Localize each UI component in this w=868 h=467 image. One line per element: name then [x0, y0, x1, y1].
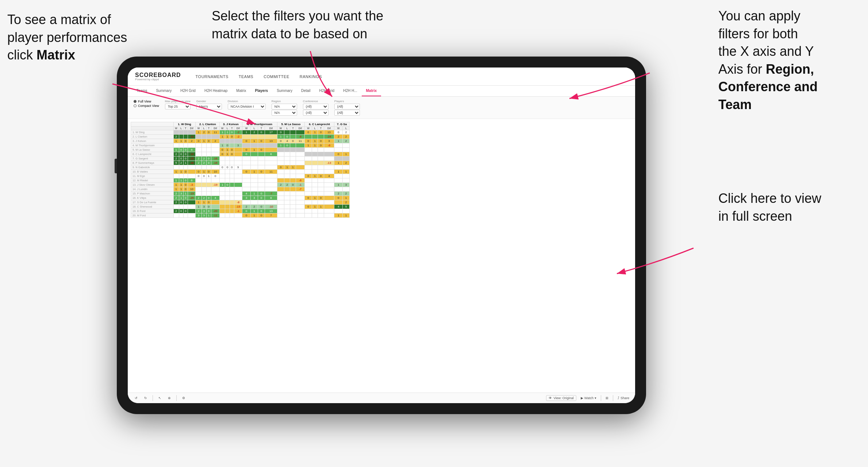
subnav-h2h-grid[interactable]: H2H Grid: [176, 86, 200, 96]
matrix-cell: 0: [258, 209, 265, 213]
sh-w6: W: [304, 127, 312, 130]
compact-view-option[interactable]: Compact View: [134, 104, 159, 108]
nav-teams[interactable]: TEAMS: [239, 74, 253, 79]
subnav-matrix-1[interactable]: Matrix: [232, 86, 250, 96]
matrix-cell: [290, 213, 296, 218]
matrix-cell: [242, 174, 251, 178]
matrix-cell: 7: [265, 213, 277, 218]
nav-rankings[interactable]: RANKINGS: [300, 74, 322, 79]
matrix-cell: 0: [318, 139, 324, 143]
matrix-cell: 0: [258, 196, 265, 200]
matrix-cell: 5: [343, 205, 350, 209]
matrix-cell: 0: [183, 157, 188, 161]
full-view-option[interactable]: Full View: [134, 100, 159, 103]
undo-btn[interactable]: ↺: [134, 395, 139, 401]
matrix-cell: 1: [343, 152, 350, 157]
redo-btn[interactable]: ↻: [143, 395, 148, 401]
matrix-cell: [265, 178, 277, 183]
max-players-select[interactable]: Top 25: [165, 104, 191, 109]
region-select-2[interactable]: N/A: [272, 110, 297, 116]
settings-btn[interactable]: ⚙: [181, 395, 186, 401]
table-row: 13. J Skov Olesen110-3-1910220-113: [131, 183, 350, 187]
matrix-cell: [251, 187, 258, 192]
subnav-detail[interactable]: Detail: [297, 86, 315, 96]
matrix-cell: [277, 178, 284, 183]
cursor-btn[interactable]: ↖: [157, 395, 162, 401]
matrix-cell: [312, 157, 318, 161]
matrix-cell: 1: [343, 196, 350, 200]
matrix-cell: [242, 165, 251, 170]
nav-committee[interactable]: COMMITTEE: [264, 74, 289, 79]
conference-label: Conference: [303, 100, 329, 103]
watch-label: Watch: [584, 396, 594, 400]
player-name-cell: 12. M Riedel: [131, 178, 174, 183]
matrix-cell: 0: [304, 139, 312, 143]
matrix-cell: [183, 130, 188, 135]
matrix-cell: 1: [173, 148, 179, 152]
subnav-players[interactable]: Players: [251, 86, 273, 96]
matrix-cell: [183, 213, 188, 218]
matrix-cell: [312, 213, 318, 218]
matrix-cell: [230, 192, 234, 196]
players-select-1[interactable]: (All): [334, 104, 360, 109]
subnav-h2h-h[interactable]: H2H H...: [339, 86, 361, 96]
player-name-cell: 10. B Valdes: [131, 170, 174, 174]
matrix-cell: [324, 157, 334, 161]
matrix-cell: [234, 174, 242, 178]
matrix-cell: [234, 183, 242, 187]
view-original-btn[interactable]: 👁 View: Original: [546, 395, 576, 401]
matrix-cell: 2: [242, 205, 251, 209]
matrix-cell: [196, 183, 201, 187]
annotation-top-left: To see a matrix ofplayer performancescli…: [7, 11, 146, 64]
matrix-cell: [343, 187, 350, 192]
matrix-cell: 1: [183, 192, 188, 196]
matrix-cell: 1: [312, 130, 318, 135]
region-select-1[interactable]: N/A: [272, 104, 297, 109]
matrix-cell: [225, 174, 230, 178]
matrix-cell: 3: [201, 213, 206, 218]
gender-select[interactable]: Men's: [196, 104, 222, 109]
matrix-cell: -6: [324, 143, 334, 148]
conference-select-2[interactable]: (All): [303, 110, 329, 116]
division-select[interactable]: NCAA Division I: [228, 104, 266, 109]
subnav-h2h-heatmap[interactable]: H2H Heatmap: [200, 86, 232, 96]
matrix-cell: 2: [284, 183, 290, 187]
players-select-2[interactable]: (All): [334, 110, 360, 116]
compact-view-radio[interactable]: [134, 104, 137, 107]
full-view-radio[interactable]: [134, 100, 137, 103]
matrix-cell: [173, 143, 179, 148]
player-name-cell: 13. J Skov Olesen: [131, 183, 174, 187]
matrix-cell: [225, 139, 230, 143]
subnav-h2h-grid-2[interactable]: H2H Grid: [315, 86, 339, 96]
matrix-cell: [290, 152, 296, 157]
matrix-cell: [188, 205, 196, 209]
matrix-cell: -16: [211, 157, 219, 161]
sh-t4: T: [258, 127, 265, 130]
subnav-matrix-active[interactable]: Matrix: [362, 86, 381, 96]
zoom-btn[interactable]: ⊕: [167, 395, 172, 401]
nav-tournaments[interactable]: TOURNAMENTS: [196, 74, 228, 79]
matrix-cell: -7: [265, 192, 277, 196]
matrix-cell: [258, 135, 265, 139]
matrix-cell: 0: [183, 196, 188, 200]
matrix-cell: [304, 170, 312, 174]
matrix-cell: 1: [251, 148, 258, 152]
matrix-cell: 0: [183, 152, 188, 157]
conference-select-1[interactable]: (All): [303, 104, 329, 109]
matrix-cell: [304, 213, 312, 218]
matrix-cell: 3: [324, 139, 334, 143]
matrix-cell: [277, 170, 284, 174]
matrix-cell: [220, 170, 225, 174]
share-btn[interactable]: ⤴ Share: [618, 396, 629, 400]
matrix-cell: [318, 170, 324, 174]
subnav-summary[interactable]: Summary: [151, 86, 176, 96]
subnav-summary-2[interactable]: Summary: [272, 86, 297, 96]
watch-btn[interactable]: ▶ Watch ▾: [581, 396, 596, 400]
matrix-cell: [296, 143, 304, 148]
matrix-area[interactable]: 1. W Ding 2. L Clanton 3. J Koivun 4. M …: [128, 119, 635, 393]
matrix-cell: [334, 174, 343, 178]
grid-btn[interactable]: ⊞: [606, 396, 608, 400]
subnav-teams[interactable]: Teams: [132, 86, 151, 96]
matrix-cell: 0: [196, 174, 201, 178]
table-row: 17. S De La Fuente200110-82: [131, 200, 350, 205]
